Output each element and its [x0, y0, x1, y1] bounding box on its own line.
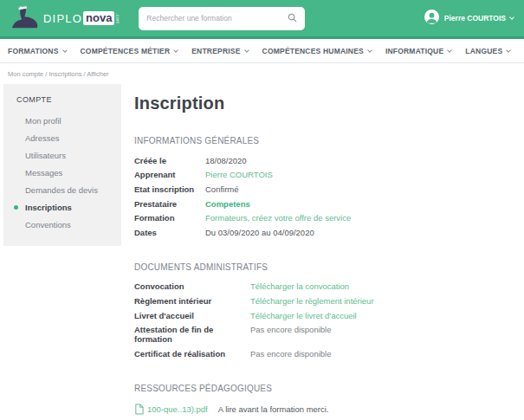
avatar-icon — [424, 10, 439, 28]
nav-item[interactable]: COMPÉTENCES MÉTIER — [81, 47, 178, 55]
logo-tld: .com — [115, 13, 120, 24]
resource-file-row: 100-que..13).pdf A lire avant la formati… — [134, 404, 508, 415]
row-label: Dates — [134, 228, 205, 237]
detail-row: Attestation de fin de formation Pas enco… — [134, 322, 508, 346]
nav-item-label: INFORMATIQUE — [385, 47, 443, 55]
sidebar-item[interactable]: Mon profil — [3, 112, 121, 129]
documents-rows: Convocation Télécharger la convocation R… — [134, 280, 508, 361]
detail-row: Apprenant Pierre COURTOIS — [134, 168, 508, 183]
row-label: Certificat de réalisation — [134, 349, 250, 359]
row-value: Confirmé — [205, 184, 239, 194]
user-menu[interactable]: Pierre COURTOIS — [424, 10, 514, 28]
row-value: 18/08/2020 — [205, 156, 247, 165]
content-layout: COMPTE Mon profil Adresses Utilisateurs — [0, 84, 524, 420]
general-info-rows: Créée le 18/08/2020 Apprenant Pierre COU… — [134, 153, 508, 240]
detail-row: Formation Formateurs, créez votre offre … — [134, 210, 508, 225]
row-label: Créée le — [134, 156, 205, 165]
section-heading-documents: DOCUMENTS ADMINISTRATIFS — [134, 262, 508, 272]
section-heading-resources: RESSOURCES PÉDAGOGIQUES — [134, 384, 508, 393]
sidebar-item-label: Conventions — [25, 220, 71, 229]
nav-item[interactable]: INFORMATIQUE — [385, 47, 451, 55]
detail-row: Prestataire Competens — [134, 197, 508, 211]
logo-prefix: DIPLO — [43, 12, 82, 25]
row-value: Pas encore disponible — [250, 325, 331, 334]
main-nav: FORMATIONS COMPÉTENCES MÉTIER ENTREPRISE… — [0, 39, 524, 63]
row-label: Convocation — [134, 281, 250, 291]
nav-item[interactable]: ENTREPRISE — [191, 47, 248, 55]
row-value[interactable]: Télécharger le livret d'accueil — [250, 311, 357, 320]
user-name: Pierre COURTOIS — [444, 14, 506, 23]
sidebar: COMPTE Mon profil Adresses Utilisateurs — [3, 84, 121, 246]
sidebar-item-label: Utilisateurs — [25, 151, 66, 160]
row-label: Attestation de fin de formation — [134, 325, 250, 344]
chevron-down-icon — [62, 48, 68, 53]
sidebar-title: COMPTE — [3, 95, 121, 112]
sidebar-item[interactable]: Messages — [3, 164, 121, 181]
chevron-down-icon — [447, 48, 452, 53]
header: DIPLO nova .com Pierre COURTOIS — [0, 0, 524, 39]
chevron-down-icon — [173, 48, 178, 53]
nav-item[interactable]: FORMATIONS — [8, 47, 67, 55]
chevron-down-icon — [509, 15, 514, 20]
row-label: Règlement intérieur — [134, 296, 250, 306]
sidebar-item-label: Inscriptions — [25, 203, 72, 212]
row-label: Prestataire — [134, 199, 205, 209]
resource-file-link[interactable]: 100-que..13).pdf — [147, 404, 208, 414]
row-label: Livret d'accueil — [134, 311, 250, 320]
nav-item-label: COMPÉTENCES HUMAINES — [262, 47, 364, 55]
row-value[interactable]: Competens — [205, 199, 250, 209]
detail-row: Dates Du 03/09/2020 au 04/09/2020 — [134, 225, 508, 240]
sidebar-item-label: Adresses — [25, 133, 60, 143]
detail-row: Convocation Télécharger la convocation — [134, 280, 508, 294]
row-value[interactable]: Télécharger la convocation — [250, 281, 349, 291]
logo-highlight: nova — [83, 11, 114, 25]
sidebar-item[interactable]: Adresses — [3, 129, 121, 146]
row-value: Pas encore disponible — [250, 349, 331, 359]
sidebar-item-label: Mon profil — [25, 116, 61, 126]
detail-row: Règlement intérieur Télécharger le règle… — [134, 294, 508, 308]
row-value[interactable]: Pierre COURTOIS — [205, 170, 273, 179]
detail-row: Livret d'accueil Télécharger le livret d… — [134, 308, 508, 323]
row-label: Apprenant — [134, 170, 205, 179]
sidebar-item-label: Demandes de devis — [25, 185, 98, 195]
nav-item[interactable]: COMPÉTENCES HUMAINES — [262, 47, 372, 55]
section-heading-general: INFORMATIONS GÉNÉRALES — [134, 136, 508, 145]
sidebar-item-label: Messages — [25, 168, 62, 178]
sidebar-item[interactable]: Utilisateurs — [3, 146, 121, 164]
page-title: Inscription — [134, 94, 508, 113]
nav-item-label: ENTREPRISE — [191, 47, 240, 55]
sidebar-item[interactable]: Demandes de devis — [3, 181, 121, 198]
chevron-down-icon — [244, 48, 249, 53]
chevron-down-icon — [506, 48, 511, 53]
main-content: Inscription INFORMATIONS GÉNÉRALES Créée… — [134, 84, 508, 420]
row-label: Etat inscription — [134, 184, 205, 194]
active-indicator-dot — [14, 205, 18, 210]
nav-item-label: COMPÉTENCES MÉTIER — [81, 47, 171, 55]
dinosaur-logo-icon — [10, 5, 40, 31]
nav-item-label: LANGUES — [465, 47, 502, 55]
search-input[interactable] — [146, 14, 288, 23]
sidebar-item[interactable]: Conventions — [3, 216, 121, 233]
nav-item[interactable]: LANGUES — [465, 47, 510, 55]
detail-row: Etat inscription Confirmé — [134, 182, 508, 197]
logo-text: DIPLO nova .com — [43, 11, 120, 25]
search-box — [139, 7, 305, 30]
nav-item-label: FORMATIONS — [8, 47, 59, 55]
search-icon[interactable] — [288, 10, 297, 26]
sidebar-item[interactable]: Inscriptions — [3, 198, 121, 216]
resource-file-note: A lire avant la formation merci. — [218, 404, 329, 414]
pdf-file-icon — [134, 404, 144, 415]
row-value[interactable]: Télécharger le règlement intérieur — [250, 296, 374, 306]
sidebar-menu: Mon profil Adresses Utilisateurs Message… — [3, 112, 121, 233]
detail-row: Créée le 18/08/2020 — [134, 153, 508, 168]
logo[interactable]: DIPLO nova .com — [10, 5, 120, 31]
row-label: Formation — [134, 213, 205, 223]
detail-row: Certificat de réalisation Pas encore dis… — [134, 346, 508, 361]
row-value[interactable]: Formateurs, créez votre offre de service — [205, 213, 351, 223]
breadcrumb[interactable]: Mon compte / Inscriptions / Afficher — [0, 63, 524, 84]
row-value: Du 03/09/2020 au 04/09/2020 — [205, 228, 314, 237]
chevron-down-icon — [367, 48, 372, 53]
